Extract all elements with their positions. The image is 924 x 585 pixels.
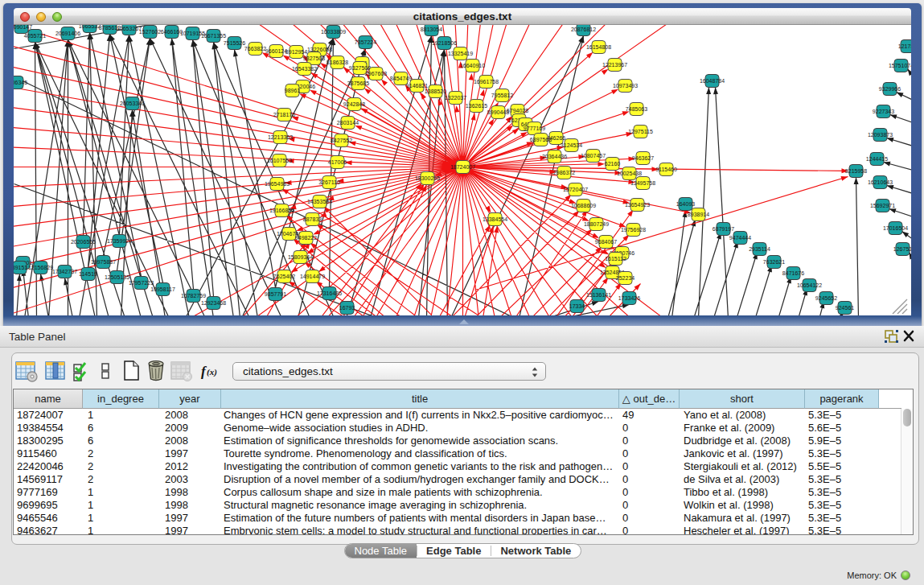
svg-text:2803144: 2803144: [337, 120, 359, 126]
svg-text:12093873: 12093873: [868, 132, 893, 138]
svg-text:20876812: 20876812: [571, 27, 596, 32]
svg-text:13325419: 13325419: [448, 51, 473, 56]
svg-text:9327503: 9327503: [303, 56, 325, 61]
svg-text:16671355: 16671355: [201, 33, 226, 39]
svg-text:20691406: 20691406: [55, 31, 80, 36]
svg-text:10654122: 10654122: [797, 282, 822, 288]
svg-text:15809344: 15809344: [288, 254, 313, 260]
svg-text:7955812: 7955812: [491, 93, 513, 98]
svg-text:9660124: 9660124: [265, 48, 287, 54]
svg-text:15751074: 15751074: [889, 63, 911, 68]
svg-text:20364436: 20364436: [542, 154, 567, 159]
svg-text:164093: 164093: [676, 201, 695, 207]
svg-text:16961758: 16961758: [474, 79, 499, 84]
svg-text:3875685: 3875685: [347, 80, 369, 86]
svg-text:12505135: 12505135: [105, 274, 129, 280]
svg-text:9115460: 9115460: [655, 167, 677, 172]
svg-text:6897568: 6897568: [530, 137, 552, 142]
svg-text:8938914: 8938914: [688, 212, 709, 217]
svg-text:1527602: 1527602: [139, 29, 161, 35]
svg-text:6879197: 6879197: [713, 226, 734, 232]
svg-text:1615112: 1615112: [605, 256, 626, 262]
svg-text:8471676: 8471676: [782, 270, 804, 276]
svg-text:10653267: 10653267: [117, 26, 142, 31]
svg-text:7663822: 7663822: [244, 46, 266, 51]
svg-text:2718176: 2718176: [273, 112, 295, 117]
svg-text:12213967: 12213967: [602, 62, 627, 68]
svg-text:3124534: 3124534: [561, 142, 582, 148]
svg-text:17342737: 17342737: [52, 269, 77, 274]
svg-text:16107553: 16107553: [267, 158, 292, 163]
svg-text:19654983: 19654983: [265, 181, 290, 187]
svg-text:1322037: 1322037: [445, 95, 466, 101]
svg-text:13654923: 13654923: [625, 202, 650, 208]
svg-text:98961: 98961: [285, 88, 301, 93]
svg-text:7515526: 7515526: [224, 40, 245, 46]
svg-text:19975887: 19975887: [91, 259, 116, 265]
svg-text:12213363: 12213363: [268, 134, 293, 140]
svg-text:13384554: 13384554: [483, 216, 507, 222]
svg-text:17334: 17334: [569, 303, 585, 309]
svg-text:18300295: 18300295: [415, 175, 440, 181]
svg-text:(x): (x): [207, 367, 217, 377]
svg-text:7625402: 7625402: [273, 274, 295, 279]
svg-text:126753: 126753: [893, 246, 911, 252]
svg-text:3267110: 3267110: [318, 179, 340, 185]
svg-text:62160: 62160: [605, 161, 621, 167]
svg-text:121785: 121785: [898, 43, 911, 49]
svg-text:7632621: 7632621: [763, 259, 785, 265]
svg-text:14914479: 14914479: [300, 274, 325, 279]
svg-text:8454749: 8454749: [390, 76, 412, 81]
svg-text:16640910: 16640910: [460, 63, 485, 68]
svg-text:16793: 16793: [339, 305, 355, 311]
svg-text:16033809: 16033809: [321, 29, 346, 35]
svg-text:6794028: 6794028: [507, 108, 528, 113]
svg-text:1388520: 1388520: [425, 89, 446, 94]
svg-text:9327508: 9327508: [349, 65, 371, 71]
svg-text:2935114: 2935114: [749, 246, 770, 252]
svg-text:924561: 924561: [836, 305, 854, 311]
svg-text:17016504: 17016504: [883, 225, 908, 231]
svg-text:10688609: 10688609: [571, 203, 596, 208]
svg-text:19166825: 19166825: [269, 208, 294, 213]
svg-text:8912954: 8912954: [285, 49, 307, 55]
svg-text:15136141: 15136141: [586, 292, 611, 298]
svg-text:9684067: 9684067: [595, 239, 617, 245]
svg-text:20053346: 20053346: [120, 101, 145, 106]
svg-text:20206555: 20206555: [71, 239, 96, 245]
svg-text:1065532: 1065532: [79, 25, 101, 29]
svg-text:18724007: 18724007: [450, 164, 475, 170]
svg-text:19756928: 19756928: [621, 227, 646, 233]
svg-text:14353594: 14353594: [307, 199, 332, 204]
svg-text:17359924: 17359924: [107, 238, 132, 244]
svg-text:4055721: 4055721: [24, 33, 46, 39]
svg-text:9146821: 9146821: [406, 83, 428, 89]
svg-text:15692971: 15692971: [870, 203, 895, 208]
svg-text:16543382: 16543382: [292, 66, 317, 72]
svg-text:17316485: 17316485: [317, 290, 342, 296]
svg-text:1244415: 1244415: [866, 156, 888, 162]
svg-text:2986372: 2986372: [553, 170, 575, 175]
svg-text:9777169: 9777169: [524, 126, 545, 131]
svg-text:15720407: 15720407: [563, 187, 588, 192]
svg-text:252234: 252234: [616, 275, 634, 281]
svg-text:417006: 417006: [328, 159, 347, 165]
svg-text:2967608: 2967608: [365, 71, 387, 76]
svg-text:12975115: 12975115: [628, 129, 653, 134]
svg-text:9498222: 9498222: [295, 235, 317, 241]
svg-text:114519: 114519: [79, 271, 97, 277]
svg-text:39151: 39151: [14, 265, 27, 270]
svg-text:9329966: 9329966: [879, 86, 901, 92]
svg-text:2090147: 2090147: [14, 25, 32, 30]
svg-text:8215958: 8215958: [845, 168, 867, 174]
svg-text:9857791: 9857791: [265, 291, 286, 297]
svg-text:9242848: 9242848: [343, 101, 365, 107]
svg-text:9245652: 9245652: [815, 295, 837, 301]
svg-text:13226058: 13226058: [307, 47, 332, 52]
svg-text:1362615: 1362615: [466, 103, 487, 109]
svg-text:16782759: 16782759: [181, 293, 206, 299]
svg-text:8186328: 8186328: [326, 60, 348, 65]
svg-text:1206345: 1206345: [14, 80, 27, 85]
svg-text:8427552: 8427552: [331, 138, 352, 143]
svg-text:12923468: 12923468: [201, 300, 226, 306]
